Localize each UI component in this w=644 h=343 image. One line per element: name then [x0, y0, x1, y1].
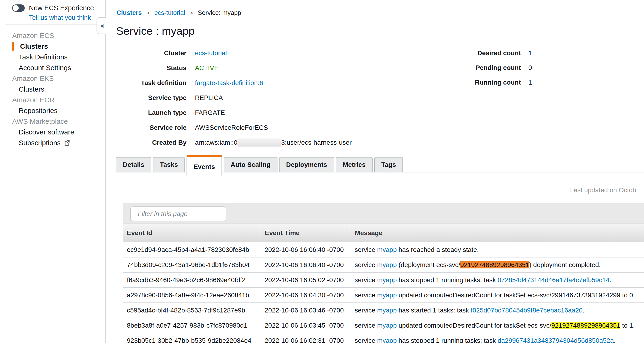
message-link[interactable]: f025d07bd780454b9f8e7cebac16aa20 [471, 307, 583, 314]
filter-input[interactable] [138, 210, 223, 218]
created-by-suffix: 3:user/ecs-harness-user [281, 139, 352, 146]
created-by-prefix: arn:aws:iam::0 [195, 139, 237, 146]
message-highlight: 9219274889298964351 [460, 261, 529, 269]
message-text: updated computedDesiredCount for taskSet… [397, 322, 552, 329]
detail-label: Service type [106, 94, 186, 102]
tab-details[interactable]: Details [116, 157, 151, 172]
breadcrumb-current: Service: myapp [198, 9, 241, 16]
detail-label: Task definition [106, 79, 186, 87]
column-header-message[interactable]: Message [350, 224, 644, 242]
detail-value-status: ACTIVE [195, 64, 218, 72]
tab-metrics[interactable]: Metrics [336, 157, 372, 172]
message-link[interactable]: myapp [377, 276, 396, 284]
tab-events[interactable]: Events [186, 155, 222, 176]
column-header-event-time[interactable]: Event Time [261, 224, 350, 242]
event-id-cell: ec9e1d94-9aca-45b4-a4a1-7823030fe84b [123, 246, 261, 254]
sidebar-item-label: Subscriptions [19, 137, 60, 148]
message-text: service [355, 307, 377, 314]
event-table-row: a2978c90-0856-4a8e-9f4c-12eae260841b2022… [123, 288, 644, 303]
last-updated-text: Last updated on Octob [570, 186, 636, 194]
breadcrumb-link[interactable]: ecs-tutorial [154, 9, 185, 16]
detail-label: Launch type [106, 109, 186, 116]
events-table-header: Event Id Event Time Message [123, 224, 644, 242]
service-details: Clusterecs-tutorialStatusACTIVETask defi… [106, 46, 433, 150]
external-link-icon [64, 140, 70, 146]
detail-row: Created Byarn:aws:iam::03:user/ecs-harne… [106, 135, 433, 150]
message-text: has stopped 1 running tasks: task [397, 337, 498, 343]
sidebar-item-clusters[interactable]: Clusters [0, 41, 106, 52]
event-table-row: 923b05c1-30b2-47bb-b535-9d2be22084e42022… [123, 333, 644, 343]
stat-value: 1 [528, 49, 532, 57]
detail-value-task-definition[interactable]: fargate-task-definition:6 [195, 79, 263, 87]
tell-us-link[interactable]: Tell us what you think [29, 14, 91, 21]
event-id-cell: a2978c90-0856-4a8e-9f4c-12eae260841b [123, 292, 261, 299]
sidebar-divider [5, 24, 101, 25]
event-time-cell: 2022-10-06 16:06:40 -0700 [261, 246, 350, 254]
sidebar-item-label: Clusters [20, 41, 48, 52]
tab-deployments[interactable]: Deployments [279, 157, 334, 172]
detail-row: Launch typeFARGATE [106, 105, 433, 120]
message-text: has started 1 tasks: task [397, 307, 471, 314]
sidebar-item-subscriptions[interactable]: Subscriptions [0, 137, 106, 148]
message-link[interactable]: myapp [377, 337, 396, 343]
message-link[interactable]: 072854d473144d46a17fa4c7efb59c14 [498, 276, 610, 284]
event-time-cell: 2022-10-06 16:05:02 -0700 [261, 276, 350, 284]
message-text: service [355, 292, 377, 299]
message-text: service [355, 337, 377, 343]
tab-tasks[interactable]: Tasks [153, 157, 185, 172]
sidebar-section-header: Amazon ECR [0, 95, 106, 105]
message-link[interactable]: myapp [377, 322, 396, 329]
filter-input-wrap [130, 206, 226, 221]
detail-value-launch-type: FARGATE [195, 109, 225, 116]
stat-label: Pending count [452, 64, 521, 71]
event-time-cell: 2022-10-06 16:03:45 -0700 [261, 322, 350, 329]
message-text: (deployment ecs-svc/ [397, 261, 460, 269]
breadcrumb-link[interactable]: Clusters [116, 9, 142, 16]
event-id-cell: 74bb3d09-c209-43a1-96be-1db1f6783b04 [123, 261, 261, 269]
message-text: service [355, 246, 377, 253]
event-message-cell: service myapp updated computedDesiredCou… [350, 292, 644, 299]
message-link[interactable]: da29967431a3483794304d56d850a52a [498, 337, 614, 343]
message-link[interactable]: myapp [377, 261, 396, 269]
event-id-cell: 923b05c1-30b2-47bb-b535-9d2be22084e4 [123, 337, 261, 343]
redacted-account-id [237, 138, 281, 147]
message-link[interactable]: myapp [377, 246, 396, 253]
sidebar-nav: Amazon ECSClustersTask DefinitionsAccoun… [0, 30, 106, 148]
breadcrumb: Clusters>ecs-tutorial>Service: myapp [116, 9, 241, 16]
stat-row: Pending count0 [452, 60, 616, 75]
detail-value-cluster[interactable]: ecs-tutorial [195, 49, 227, 57]
new-ecs-experience-label: New ECS Experience [29, 4, 94, 12]
events-tab-panel: Last updated on Octob Event Id Event Tim… [116, 172, 644, 343]
event-table-row: 8beb3a8f-a0e7-4257-983b-c7fc870980d12022… [123, 318, 644, 333]
event-message-cell: service myapp updated computedDesiredCou… [350, 322, 644, 329]
sidebar-collapse-button[interactable]: ◀ [96, 17, 106, 34]
new-ecs-experience-toggle[interactable] [12, 4, 25, 12]
sidebar-item-repositories[interactable]: Repositories [0, 105, 106, 116]
sidebar-item-discover-software[interactable]: Discover software [0, 127, 106, 137]
sidebar-item-account-settings[interactable]: Account Settings [0, 62, 106, 73]
detail-label: Status [106, 64, 186, 72]
collapse-left-arrow-icon: ◀ [100, 23, 103, 28]
event-time-cell: 2022-10-06 16:03:46 -0700 [261, 307, 350, 314]
stat-label: Running count [452, 79, 521, 86]
column-header-event-id[interactable]: Event Id [123, 224, 261, 242]
stat-value: 1 [528, 79, 532, 86]
message-text: to 1. [620, 322, 635, 329]
sidebar-item-label: Repositories [19, 105, 58, 116]
tab-auto-scaling[interactable]: Auto Scaling [224, 157, 278, 172]
sidebar-item-task-definitions[interactable]: Task Definitions [0, 52, 106, 62]
events-table: Event Id Event Time Message ec9e1d94-9ac… [123, 224, 644, 343]
tab-tags[interactable]: Tags [374, 157, 403, 172]
message-link[interactable]: myapp [377, 292, 396, 299]
detail-row: Service typeREPLICA [106, 90, 433, 105]
sidebar-section-header: Amazon ECS [0, 30, 106, 41]
sidebar-section-header: Amazon EKS [0, 73, 106, 84]
sidebar-item-clusters[interactable]: Clusters [0, 84, 106, 95]
message-text: service [355, 322, 377, 329]
title-divider [116, 43, 644, 43]
event-time-cell: 2022-10-06 16:06:40 -0700 [261, 261, 350, 269]
message-text: . [583, 307, 584, 314]
message-link[interactable]: myapp [377, 307, 396, 314]
event-message-cell: service myapp has stopped 1 running task… [350, 276, 644, 284]
sidebar-item-label: Discover software [19, 127, 74, 137]
